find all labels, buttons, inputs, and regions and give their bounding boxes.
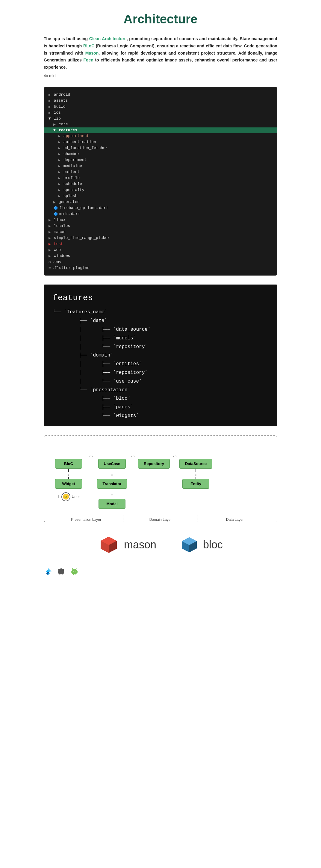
tree-item-build[interactable]: ▶ build [44,104,277,110]
tree-item-generated[interactable]: ▶ generated [44,199,277,205]
apple-icon [57,567,65,576]
bloc-logo: bloc [180,536,223,554]
features-diagram-line-1: └── `features_name` [53,308,268,317]
bloc-box: BloC [55,459,82,469]
tree-item-main-dart[interactable]: 🔷main.dart [44,211,277,217]
usecase-box: UseCase [98,459,126,469]
features-diagram-line-11: ├── `bloc` [53,394,268,403]
bloc-icon [180,536,198,554]
architecture-diagram: BloC ↕ Widget ↗ 😐 User ↔ [44,435,277,522]
svg-marker-11 [48,573,50,575]
features-diagram-line-9: │ └── `use_case` [53,377,268,386]
timestamp: 4o mini [44,73,277,78]
tree-item-android[interactable]: ▶ android [44,92,277,98]
datasource-box: DataSource [179,459,212,469]
mason-label: mason [124,538,156,551]
tree-item-chamber[interactable]: ▶ chamber [44,151,277,157]
features-diagram-line-10: └── `presentation` [53,386,268,395]
tree-item-authentication[interactable]: ▶ authentication [44,139,277,145]
features-diagram-title: features [53,290,268,306]
tree-item-flutter-plugins[interactable]: ≡.flutter-plugins [44,265,277,271]
tree-item-core[interactable]: ▶ core [44,121,277,127]
tree-item-profile[interactable]: ▶ profile [44,175,277,181]
tree-item-linux[interactable]: ▶ linux [44,217,277,223]
svg-rect-15 [77,571,78,573]
svg-rect-14 [71,571,72,573]
widget-box: Widget [55,479,82,489]
domain-layer-label: Domain Layer [123,515,198,522]
features-diagram-line-12: ├── `pages` [53,403,268,412]
svg-point-21 [76,568,77,568]
tree-item-ios[interactable]: ▶ ios [44,110,277,116]
features-diagram-line-8: │ ├── `repository` [53,369,268,377]
svg-point-20 [72,568,72,568]
data-layer-label: Data Layer [198,515,272,522]
svg-point-16 [73,571,74,571]
bottom-icons [44,567,277,576]
tree-item-features[interactable]: ▼ features [44,127,277,133]
repository-box: Repository [138,459,170,469]
tree-item-test[interactable]: ▶ test [44,241,277,247]
tree-item-appointment[interactable]: ▶ appointment [44,133,277,139]
features-diagram-line-5: │ └── `repository` [53,343,268,351]
user-label: User [72,494,80,499]
tree-item-firebase-options[interactable]: 🔷firebase_options.dart [44,205,277,211]
features-diagram-line-6: ├── `domain` [53,351,268,360]
clean-architecture-link[interactable]: Clean Architecture [89,36,127,41]
tree-item-patient[interactable]: ▶ patient [44,169,277,175]
features-diagram-line-3: │ ├── `data_source` [53,325,268,334]
mason-link[interactable]: Mason [85,51,99,56]
tree-item-windows[interactable]: ▶ windows [44,253,277,259]
features-diagram: features └── `features_name` ├── `data` … [44,284,277,426]
logos-section: mason bloc [44,534,277,555]
entity-box: Entity [182,479,209,489]
layer-labels: Presentation Layer Domain Layer Data Lay… [49,515,272,522]
svg-rect-13 [75,574,76,575]
tree-item-medicine[interactable]: ▶ medicine [44,163,277,169]
mason-logo: mason [98,534,156,555]
tree-item-simple-time-range-picker[interactable]: ▶ simple_time_range_picker [44,235,277,241]
tree-item-env[interactable]: ⚙.env [44,259,277,265]
intro-paragraph: The app is built using Clean Architectur… [44,35,277,71]
tree-item-web[interactable]: ▶ web [44,247,277,253]
tree-item-schedule[interactable]: ▶ schedule [44,181,277,187]
presentation-layer-label: Presentation Layer [49,515,123,522]
model-box: Model [99,499,126,509]
tree-item-lib[interactable]: ▼ lib [44,116,277,121]
tree-item-macos[interactable]: ▶ macos [44,229,277,235]
translator-box: Translator [97,479,127,489]
mason-icon [98,534,119,555]
tree-item-assets[interactable]: ▶ assets [44,98,277,104]
bloc-label: bloc [203,538,223,551]
android-icon [70,567,78,576]
features-diagram-line-2: ├── `data` [53,317,268,325]
svg-rect-12 [73,574,74,575]
page-title: Architecture [44,12,277,26]
features-diagram-line-13: └── `widgets` [53,412,268,421]
tree-item-specialty[interactable]: ▶ specialty [44,187,277,193]
features-diagram-line-4: │ ├── `models` [53,334,268,343]
svg-point-17 [75,571,75,571]
file-tree: ▶ android ▶ assets ▶ build ▶ ios ▼ lib ▶… [44,87,277,276]
bloc-link[interactable]: BLoC [83,43,94,48]
tree-item-splash[interactable]: ▶ splash [44,193,277,199]
tree-item-locales[interactable]: ▶ locales [44,223,277,229]
features-diagram-line-7: │ ├── `entities` [53,360,268,369]
fgen-link[interactable]: Fgen [83,58,93,62]
tree-item-bd-location-fetcher[interactable]: ▶ bd_location_fetcher [44,145,277,151]
tree-item-department[interactable]: ▶ department [44,157,277,163]
flutter-icon [44,567,52,576]
